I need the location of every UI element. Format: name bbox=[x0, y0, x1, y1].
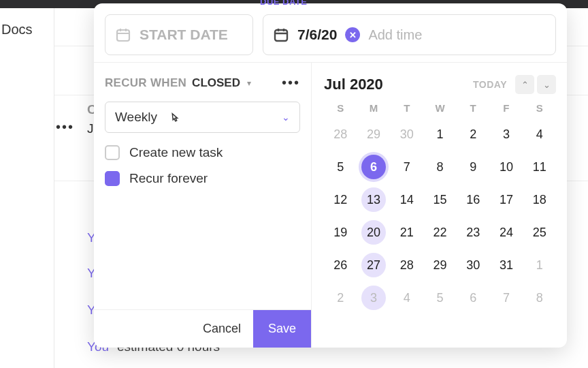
calendar-day[interactable]: 11 bbox=[523, 151, 556, 183]
calendar-day[interactable]: 6 bbox=[457, 281, 490, 314]
calendar-grid: 2829301234567891011121314151617181920212… bbox=[324, 118, 556, 314]
recur-when-status: CLOSED bbox=[192, 76, 240, 90]
calendar-day[interactable]: 31 bbox=[490, 249, 523, 281]
due-date-header: DUE DATE bbox=[260, 0, 307, 7]
calendar-day[interactable]: 17 bbox=[490, 183, 523, 216]
calendar-dow-row: SMTWTFS bbox=[324, 102, 556, 114]
calendar-day[interactable]: 16 bbox=[457, 183, 490, 216]
calendar-day[interactable]: 2 bbox=[457, 118, 490, 151]
calendar-day[interactable]: 5 bbox=[324, 151, 357, 183]
calendar-day[interactable]: 20 bbox=[357, 216, 391, 249]
recurrence-pane: RECUR WHEN CLOSED ▾ ••• Weekly ⌄ Create … bbox=[94, 63, 312, 348]
calendar-day[interactable]: 3 bbox=[490, 118, 523, 151]
add-time-button[interactable]: Add time bbox=[368, 27, 422, 43]
docs-label[interactable]: Docs bbox=[1, 22, 33, 37]
calendar-day[interactable]: 3 bbox=[357, 281, 391, 314]
cursor-pointer-icon bbox=[167, 112, 182, 127]
recurrence-frequency-value: Weekly bbox=[115, 110, 157, 125]
calendar-day[interactable]: 8 bbox=[423, 151, 457, 183]
recur-forever-option[interactable]: Recur forever bbox=[105, 171, 300, 186]
start-date-placeholder: START DATE bbox=[140, 27, 228, 43]
modal-actions: Cancel Save bbox=[94, 309, 311, 348]
calendar-day[interactable]: 13 bbox=[357, 183, 391, 216]
calendar-day[interactable]: 1 bbox=[523, 249, 556, 281]
recur-when-row[interactable]: RECUR WHEN CLOSED ▾ ••• bbox=[105, 75, 300, 91]
clear-due-date-icon[interactable]: ✕ bbox=[345, 27, 360, 42]
calendar-dow: S bbox=[324, 102, 357, 114]
calendar-dow: F bbox=[490, 102, 523, 114]
create-new-task-label: Create new task bbox=[129, 145, 223, 160]
calendar-day[interactable]: 26 bbox=[324, 249, 357, 281]
calendar-day[interactable]: 24 bbox=[490, 216, 523, 249]
calendar-day[interactable]: 5 bbox=[423, 281, 457, 314]
more-options-icon[interactable]: ••• bbox=[282, 75, 300, 91]
chevron-down-icon: ▾ bbox=[247, 78, 251, 88]
calendar-day[interactable]: 15 bbox=[423, 183, 457, 216]
due-date-value: 7/6/20 bbox=[297, 27, 337, 43]
calendar-day[interactable]: 6 bbox=[357, 151, 391, 183]
checkbox-checked-icon[interactable] bbox=[105, 171, 120, 186]
calendar-dow: M bbox=[357, 102, 391, 114]
calendar-prev-button[interactable]: ⌃ bbox=[515, 75, 534, 94]
checkbox-unchecked-icon[interactable] bbox=[105, 145, 120, 160]
start-date-field[interactable]: START DATE bbox=[105, 14, 253, 55]
calendar-day[interactable]: 19 bbox=[324, 216, 357, 249]
create-new-task-option[interactable]: Create new task bbox=[105, 145, 300, 160]
recur-when-label: RECUR WHEN bbox=[105, 76, 186, 90]
calendar-day[interactable]: 30 bbox=[457, 249, 490, 281]
calendar-dow: T bbox=[457, 102, 490, 114]
calendar-day[interactable]: 18 bbox=[523, 183, 556, 216]
modal-date-row: START DATE 7/6/20 ✕ Add time bbox=[94, 3, 567, 62]
due-date-field[interactable]: 7/6/20 ✕ Add time bbox=[263, 14, 556, 55]
calendar-day[interactable]: 9 bbox=[457, 151, 490, 183]
calendar-day[interactable]: 23 bbox=[457, 216, 490, 249]
calendar-day[interactable]: 22 bbox=[423, 216, 457, 249]
date-recurrence-modal: DUE DATE START DATE 7/6/20 ✕ Add time RE… bbox=[94, 3, 567, 348]
calendar-day[interactable]: 10 bbox=[490, 151, 523, 183]
calendar-icon bbox=[273, 27, 289, 43]
calendar-month-label: Jul 2020 bbox=[324, 76, 383, 93]
modal-body: RECUR WHEN CLOSED ▾ ••• Weekly ⌄ Create … bbox=[94, 62, 567, 348]
calendar-day[interactable]: 14 bbox=[390, 183, 423, 216]
background-left-panel: Docs + bbox=[0, 8, 54, 368]
recurrence-frequency-select[interactable]: Weekly ⌄ bbox=[105, 102, 300, 133]
cancel-button[interactable]: Cancel bbox=[191, 310, 253, 348]
calendar-dow: W bbox=[423, 102, 457, 114]
calendar-day[interactable]: 7 bbox=[390, 151, 423, 183]
calendar-day[interactable]: 28 bbox=[390, 249, 423, 281]
recur-forever-label: Recur forever bbox=[129, 171, 208, 186]
calendar-today-button[interactable]: TODAY bbox=[473, 79, 507, 90]
calendar-pane: Jul 2020 TODAY ⌃ ⌄ SMTWTFS 2829301234567… bbox=[312, 63, 567, 348]
calendar-day[interactable]: 1 bbox=[423, 118, 457, 151]
calendar-dow: T bbox=[390, 102, 423, 114]
calendar-day[interactable]: 28 bbox=[324, 118, 357, 151]
calendar-dow: S bbox=[523, 102, 556, 114]
save-button[interactable]: Save bbox=[253, 310, 311, 348]
calendar-day[interactable]: 30 bbox=[390, 118, 423, 151]
svg-rect-1 bbox=[275, 30, 287, 41]
calendar-day[interactable]: 29 bbox=[423, 249, 457, 281]
calendar-day[interactable]: 25 bbox=[523, 216, 556, 249]
more-icon[interactable]: ••• bbox=[56, 119, 74, 135]
svg-rect-0 bbox=[117, 30, 129, 41]
calendar-day[interactable]: 27 bbox=[357, 249, 391, 281]
calendar-day[interactable]: 12 bbox=[324, 183, 357, 216]
calendar-day[interactable]: 7 bbox=[490, 281, 523, 314]
calendar-day[interactable]: 8 bbox=[523, 281, 556, 314]
calendar-header: Jul 2020 TODAY ⌃ ⌄ bbox=[324, 75, 556, 94]
calendar-day[interactable]: 2 bbox=[324, 281, 357, 314]
calendar-day[interactable]: 4 bbox=[523, 118, 556, 151]
calendar-day[interactable]: 29 bbox=[357, 118, 391, 151]
calendar-next-button[interactable]: ⌄ bbox=[537, 75, 556, 94]
calendar-day[interactable]: 4 bbox=[390, 281, 423, 314]
chevron-down-icon: ⌄ bbox=[282, 112, 290, 123]
calendar-day[interactable]: 21 bbox=[390, 216, 423, 249]
calendar-icon bbox=[115, 27, 131, 43]
